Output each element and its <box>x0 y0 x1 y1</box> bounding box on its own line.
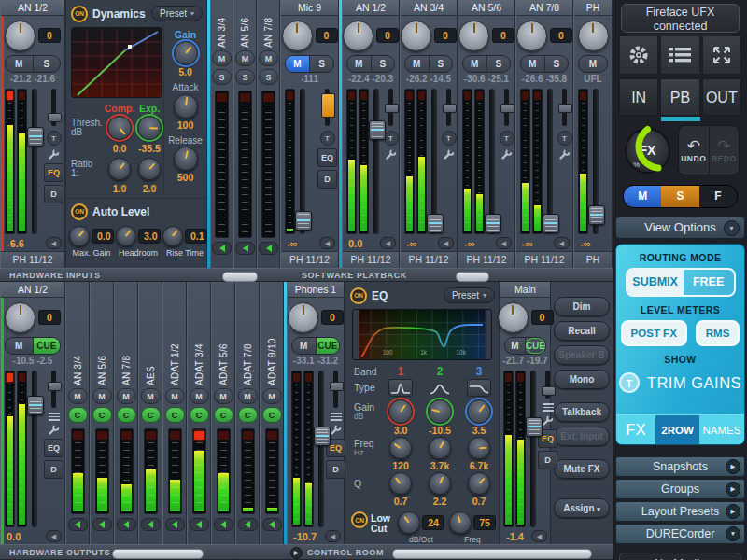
wrench-icon[interactable] <box>385 148 397 161</box>
input-strip-an12[interactable]: AN 1/2 0 M S -21.2 -21.6 T EQ D -6.6 <box>0 0 65 268</box>
options-icon[interactable] <box>49 413 60 421</box>
dynamics-preset-dropdown[interactable]: Preset▾ <box>151 6 203 21</box>
tab-playback[interactable]: PB <box>660 78 699 116</box>
collapse-strip-button[interactable]: ◀ <box>380 237 396 249</box>
eq-preset-dropdown[interactable]: Preset▾ <box>444 287 495 303</box>
trim-slider[interactable] <box>562 89 567 126</box>
collapse-strip-button[interactable]: ◀ <box>325 530 341 542</box>
output-strip-phones1[interactable]: Phones 1 0 M CUE -33.1 -31.2 EQ D -10.7 <box>287 282 345 544</box>
mute-button[interactable]: M <box>141 388 161 404</box>
attack-knob[interactable] <box>174 94 198 119</box>
fader-handle[interactable] <box>295 211 312 231</box>
expand-strip-button[interactable] <box>92 518 112 531</box>
solo-button[interactable]: S <box>34 56 61 72</box>
output-strip-adat910[interactable]: ADAT 9/10 M C <box>260 282 284 544</box>
tab-inputs[interactable]: IN <box>619 78 658 116</box>
view-options-header[interactable]: View Options ▼ <box>615 217 745 239</box>
expand-strip-button[interactable] <box>262 518 282 531</box>
dynamics-tab[interactable]: D <box>317 170 337 189</box>
post-fx-button[interactable]: POST FX <box>621 320 687 346</box>
mute-fx-button[interactable]: Mute FX <box>554 459 610 479</box>
mute-button[interactable]: M <box>214 388 233 404</box>
chevron-down-icon[interactable]: ▼ <box>724 220 740 236</box>
fader[interactable] <box>318 371 324 527</box>
scroll-handle[interactable] <box>112 549 204 559</box>
speaker-b-button[interactable]: Speaker B <box>554 345 610 365</box>
pan-knob[interactable] <box>343 21 374 51</box>
tab-outputs[interactable]: OUT <box>702 78 741 116</box>
output-strip-aes[interactable]: AES M C <box>138 282 162 544</box>
band2-gain-knob[interactable] <box>428 399 452 424</box>
show-fx-tab[interactable]: FX <box>616 415 655 444</box>
global-mute-toggle[interactable]: M <box>624 186 661 207</box>
expand-strip-button[interactable] <box>141 518 161 531</box>
expand-strip-button[interactable] <box>238 518 258 531</box>
input-strip-an34[interactable]: AN 3/4 M S <box>210 0 233 268</box>
input-strip-an56[interactable]: AN 5/6 M S <box>233 0 257 268</box>
wrench-icon[interactable] <box>500 148 513 161</box>
dynamics-transfer-graph[interactable] <box>71 27 162 98</box>
recall-button[interactable]: Recall <box>554 321 610 341</box>
fader-handle[interactable] <box>427 214 444 233</box>
rms-button[interactable]: RMS <box>696 320 740 346</box>
assign-target[interactable]: PH 11/12 <box>343 251 399 268</box>
mute-button[interactable]: M <box>117 388 136 404</box>
fader[interactable] <box>300 89 305 234</box>
mute-button[interactable]: M <box>347 56 371 72</box>
fader[interactable] <box>489 89 495 234</box>
mute-button[interactable]: M <box>212 50 232 66</box>
trim-slider[interactable] <box>545 371 550 399</box>
talkback-button[interactable]: Talkback <box>554 402 610 422</box>
trim-button[interactable]: T <box>500 131 514 146</box>
cue-button[interactable]: C <box>214 407 233 423</box>
output-strip-adat12[interactable]: ADAT 1/2 M C <box>162 282 187 544</box>
wrench-icon[interactable] <box>558 148 571 161</box>
mute-button[interactable]: M <box>463 56 486 72</box>
fader[interactable] <box>547 89 553 234</box>
band1-type-button[interactable] <box>388 379 413 397</box>
wrench-icon[interactable] <box>48 148 60 161</box>
global-solo-toggle[interactable]: S <box>661 186 698 207</box>
input-strip-mic9[interactable]: Mic 9 0 M S -111 T EQ D -∞ ◀ PH 11/12 <box>280 0 339 268</box>
output-strip-an34[interactable]: AN 3/4 M C <box>65 282 90 544</box>
scroll-handle[interactable] <box>222 272 258 282</box>
assign-dropdown[interactable]: Assign ▾ <box>554 498 610 518</box>
fader[interactable] <box>593 89 599 234</box>
expand-strip-button[interactable] <box>117 518 136 531</box>
trim-slider[interactable] <box>51 89 56 126</box>
expand-strip-button[interactable] <box>212 242 232 255</box>
collapse-strip-button[interactable]: ◀ <box>438 237 454 249</box>
mute-button[interactable]: M <box>165 388 185 404</box>
fader-handle[interactable] <box>588 205 605 225</box>
fader-group-toggle[interactable]: F <box>699 186 737 207</box>
band3-freq-knob[interactable] <box>468 437 490 459</box>
fader[interactable] <box>530 371 536 527</box>
collapse-strip-button[interactable]: ◀ <box>46 530 62 542</box>
pan-knob[interactable] <box>578 21 609 51</box>
free-mode-button[interactable]: FREE <box>684 270 734 295</box>
band2-type-button[interactable] <box>429 380 451 396</box>
mute-button[interactable]: M <box>262 388 282 404</box>
cue-button[interactable]: C <box>262 407 282 423</box>
fader[interactable] <box>431 89 437 234</box>
collapse-strip-button[interactable]: ◀ <box>554 237 570 249</box>
options-icon[interactable] <box>543 403 554 412</box>
trim-button[interactable]: T <box>442 131 457 146</box>
collapse-strip-button[interactable]: ◀ <box>319 237 335 249</box>
cue-button[interactable]: CUE <box>526 338 545 354</box>
durecorder-panel-header[interactable]: DURECorder▼ <box>615 524 745 544</box>
band3-type-button[interactable] <box>467 379 491 397</box>
cue-button[interactable]: C <box>117 407 136 423</box>
lowcut-freq-knob[interactable] <box>449 511 472 534</box>
trim-slider[interactable] <box>51 371 56 408</box>
assign-target[interactable]: PH 11/12 <box>516 251 572 268</box>
pan-knob[interactable] <box>516 21 547 51</box>
lowcut-on-button[interactable]: ON <box>351 511 368 528</box>
two-row-tab[interactable]: 2ROW <box>655 415 699 444</box>
cue-button[interactable]: C <box>165 407 185 423</box>
band3-q-knob[interactable] <box>468 472 490 495</box>
mute-button[interactable]: M <box>238 388 258 404</box>
eq-tab[interactable]: EQ <box>44 439 63 457</box>
scroll-handle[interactable] <box>456 272 489 282</box>
cue-button[interactable]: C <box>92 407 112 423</box>
